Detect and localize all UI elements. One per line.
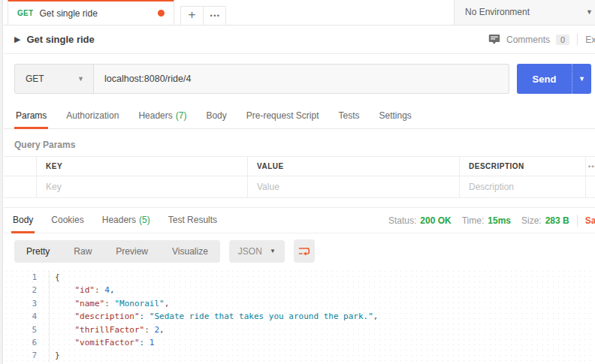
comments-button[interactable]: Comments	[506, 35, 550, 45]
title-actions: Comments 0 Examples	[488, 26, 595, 53]
new-tab-button[interactable]: +	[180, 6, 204, 25]
format-select[interactable]: JSON ▼	[229, 240, 285, 263]
divider	[577, 34, 578, 46]
wrap-lines-icon	[298, 246, 310, 257]
code-line: 2 "id": 4,	[4, 284, 595, 296]
tab-body[interactable]: Body	[204, 104, 228, 129]
query-params-heading: Query Params	[4, 129, 595, 156]
wrap-lines-button[interactable]	[294, 239, 315, 263]
code-text: "name": "Monorail",	[49, 297, 169, 310]
tab-label: Pre-request Script	[246, 110, 319, 121]
request-title-row: ▶ Get single ride Comments 0 Examples	[4, 26, 595, 54]
collapse-caret-icon[interactable]: ▶	[14, 35, 20, 44]
tab-headers[interactable]: Headers(7)	[137, 104, 188, 129]
tab-label: Body	[13, 215, 33, 225]
tab-title: Get single ride	[39, 8, 97, 19]
code-line: 4 "description": "Sedate ride that takes…	[4, 310, 595, 323]
environment-label: No Environment	[465, 7, 530, 17]
tab-label: Body	[206, 110, 226, 121]
code-line: 1{	[4, 271, 595, 284]
time-label: Time:	[462, 215, 485, 226]
table-header-row: KEY VALUE DESCRIPTION •••	[4, 157, 595, 176]
comments-icon	[488, 34, 500, 45]
tab-bar: GET Get single ride + ••• No Environment…	[4, 0, 595, 26]
key-input[interactable]: Key	[37, 176, 248, 197]
unsaved-dot-icon	[158, 10, 165, 17]
response-tab-test-results[interactable]: Test Results	[167, 208, 219, 233]
code-lines: 1{2 "id": 4,3 "name": "Monorail",4 "desc…	[4, 271, 595, 362]
view-tab-visualize[interactable]: Visualize	[160, 240, 220, 263]
code-line: 7}	[4, 349, 595, 362]
url-input[interactable]: localhost:8080/ride/4	[94, 64, 509, 94]
tab-label: Cookies	[51, 215, 83, 225]
code-line: 5 "thrillFactor": 2,	[4, 323, 595, 336]
chevron-down-icon: ▼	[77, 75, 84, 83]
response-tab-body[interactable]: Body	[11, 208, 35, 233]
line-number: 1	[4, 271, 49, 284]
row-options	[585, 176, 595, 197]
code-text: }	[49, 349, 60, 362]
url-text: localhost:8080/ride/4	[104, 74, 191, 84]
code-text: "thrillFactor": 2,	[49, 323, 165, 336]
tab-method-badge: GET	[17, 9, 33, 17]
view-tab-preview[interactable]: Preview	[104, 240, 160, 263]
view-tab-raw[interactable]: Raw	[62, 240, 104, 263]
request-tabs: Params Authorization Headers(7) Body Pre…	[4, 104, 595, 129]
line-number: 7	[4, 349, 49, 362]
response-tab-headers[interactable]: Headers(5)	[101, 208, 152, 233]
table-options-button[interactable]: •••	[585, 157, 595, 176]
status-value: 200 OK	[420, 215, 451, 226]
main-panel: GET Get single ride + ••• No Environment…	[4, 0, 595, 364]
method-select[interactable]: GET ▼	[14, 64, 94, 94]
comments-count-badge: 0	[556, 35, 569, 45]
send-button[interactable]: Send ▼	[517, 64, 591, 94]
request-tab[interactable]: GET Get single ride	[8, 0, 174, 25]
column-header-description: DESCRIPTION	[460, 157, 585, 176]
sidebar-edge	[0, 0, 3, 364]
line-number: 3	[4, 297, 49, 310]
view-tab-pretty[interactable]: Pretty	[14, 240, 62, 263]
line-number: 5	[4, 323, 49, 336]
view-mode-group: Pretty Raw Preview Visualize	[14, 240, 220, 263]
column-header-value: VALUE	[248, 157, 460, 176]
size-label: Size:	[521, 215, 542, 226]
tab-label: Headers	[102, 215, 136, 225]
response-body-editor[interactable]: 1{2 "id": 4,3 "name": "Monorail",4 "desc…	[4, 269, 595, 364]
page-title: Get single ride	[26, 34, 94, 45]
tab-options-button[interactable]: •••	[203, 6, 226, 25]
value-input[interactable]: Value	[248, 176, 460, 197]
row-handle[interactable]	[4, 176, 37, 197]
divider	[577, 215, 578, 227]
response-meta: Status: 200 OK Time: 15ms Size: 283 B Sa…	[388, 208, 595, 233]
code-text: "id": 4,	[49, 284, 115, 296]
code-text: {	[49, 271, 60, 284]
postman-app: GET Get single ride + ••• No Environment…	[0, 0, 595, 364]
response-tab-cookies[interactable]: Cookies	[50, 208, 85, 233]
tab-params[interactable]: Params	[14, 104, 48, 129]
send-options-caret[interactable]: ▼	[572, 64, 591, 94]
tab-settings[interactable]: Settings	[378, 104, 413, 129]
response-panel: Body Cookies Headers(5) Test Results Sta…	[4, 207, 595, 364]
line-number: 4	[4, 310, 49, 323]
tab-authorization[interactable]: Authorization	[65, 104, 120, 129]
table-row: Key Value Description	[4, 176, 595, 198]
format-label: JSON	[238, 246, 262, 257]
request-bar: GET ▼ localhost:8080/ride/4 Send ▼	[4, 54, 595, 104]
save-response-button[interactable]: Save Response	[585, 215, 595, 226]
code-text: "vomitFactor": 1	[49, 336, 154, 349]
tab-label: Tests	[338, 110, 359, 121]
tab-pre-request-script[interactable]: Pre-request Script	[245, 104, 321, 129]
description-input[interactable]: Description	[460, 176, 585, 197]
send-label[interactable]: Send	[517, 64, 572, 94]
time-value: 15ms	[488, 215, 511, 226]
code-line: 6 "vomitFactor": 1	[4, 336, 595, 349]
response-tabs: Body Cookies Headers(5) Test Results Sta…	[4, 208, 595, 233]
column-header-key: KEY	[37, 157, 248, 176]
code-text: "description": "Sedate ride that takes y…	[49, 310, 378, 323]
tab-label: Settings	[379, 110, 412, 121]
environment-selector[interactable]: No Environment ▼	[454, 0, 595, 25]
row-handle-column	[4, 157, 37, 176]
tab-tests[interactable]: Tests	[337, 104, 361, 129]
line-number: 6	[4, 336, 49, 349]
examples-button[interactable]: Examples	[585, 35, 595, 45]
